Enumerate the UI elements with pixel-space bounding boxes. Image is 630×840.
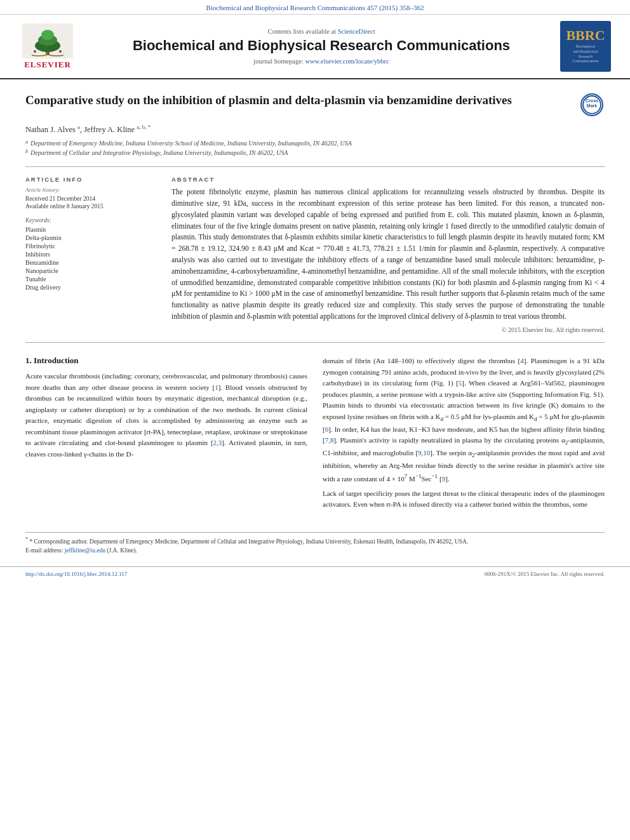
ref-9b[interactable]: 9 (442, 474, 446, 482)
article-info-label: ARTICLE INFO (25, 176, 159, 183)
affil-a-sup: a (25, 138, 28, 148)
body-right-col: domain of fibrin (Aα 148–160) to effecti… (323, 356, 605, 514)
elsevier-logo: ELSEVIER (13, 23, 83, 70)
divider-2 (25, 342, 605, 343)
author1-name: Nathan J. Alves (25, 125, 76, 134)
author2-name: Jeffrey A. Kline (84, 125, 135, 134)
bbrc-subtitle: Biochemicaland BiophysicalResearchCommun… (573, 44, 599, 64)
info-abstract-section: ARTICLE INFO Article history: Received 2… (25, 176, 605, 333)
journal-header: ELSEVIER Contents lists available at Sci… (0, 15, 630, 79)
keyword-6: Nanoparticle (25, 267, 159, 274)
affil-b: b Department of Cellular and Integrative… (25, 148, 605, 157)
author2-sup: a, b, * (137, 124, 151, 130)
article-info-col: ARTICLE INFO Article history: Received 2… (25, 176, 159, 333)
body-right-para-1: domain of fibrin (Aα 148–160) to effecti… (323, 356, 605, 484)
body-section: 1. Introduction Acute vascular thrombosi… (25, 356, 605, 514)
doi-link[interactable]: http://dx.doi.org/10.1016/j.bbrc.2014.12… (25, 571, 127, 577)
svg-point-5 (34, 50, 36, 53)
sciencedirect-link[interactable]: ScienceDirect (338, 28, 375, 35)
ref-9-10[interactable]: 9,10 (418, 449, 430, 457)
article-title: Comparative study on the inhibition of p… (25, 92, 566, 109)
keyword-5: Benzamidine (25, 259, 159, 266)
tree-illustration (22, 23, 73, 58)
crossmark-badge[interactable]: Cross Mark (579, 92, 605, 117)
ref-4[interactable]: 4 (520, 357, 524, 364)
abstract-col: ABSTRACT The potent fibrinolytic enzyme,… (171, 176, 605, 333)
homepage-url[interactable]: www.elsevier.com/locate/ybbrc (305, 58, 389, 65)
body-left-para-1: Acute vascular thrombosis (including: co… (25, 371, 307, 460)
crossmark-svg: Cross Mark (582, 95, 602, 115)
keyword-2: Delta-plasmin (25, 234, 159, 241)
svg-point-6 (59, 50, 62, 53)
ref-5[interactable]: 5 (459, 379, 462, 387)
ref-1[interactable]: 1 (215, 383, 218, 391)
homepage-line: journal homepage: www.elsevier.com/locat… (89, 58, 554, 65)
keyword-8: Drug delivery (25, 284, 159, 291)
title-row: Comparative study on the inhibition of p… (25, 92, 605, 117)
svg-text:Mark: Mark (587, 103, 597, 108)
affiliations: a Department of Emergency Medicine, Indi… (25, 138, 605, 157)
email-link[interactable]: jeffkline@iu.edu (65, 547, 105, 554)
footnote-corresponding: * * Corresponding author. Department of … (25, 537, 605, 545)
crossmark-icon: Cross Mark (580, 93, 603, 116)
footnotes-section: * * Corresponding author. Department of … (0, 532, 630, 554)
article-history-label: Article history: (25, 187, 159, 193)
contents-line: Contents lists available at ScienceDirec… (89, 28, 554, 35)
affil-b-text: Department of Cellular and Integrative P… (30, 148, 288, 157)
bbrc-logo: BBRC Biochemicaland BiophysicalResearchC… (560, 21, 611, 72)
section1-heading: 1. Introduction (25, 356, 307, 366)
keywords-section: Keywords: Plasmin Delta-plasmin Fibrinol… (25, 217, 159, 291)
keyword-7: Tunable (25, 276, 159, 283)
issn-text: 0006-291X/© 2015 Elsevier Inc. All right… (485, 571, 605, 577)
affil-a-text: Department of Emergency Medicine, Indian… (30, 138, 352, 148)
svg-point-4 (41, 30, 54, 40)
abstract-label: ABSTRACT (171, 176, 605, 183)
affil-b-sup: b (25, 148, 28, 157)
bbrc-letters: BBRC (566, 29, 605, 43)
journal-citation-bar: Biochemical and Biophysical Research Com… (0, 0, 630, 15)
body-two-col: 1. Introduction Acute vascular thrombosi… (25, 356, 605, 514)
keyword-1: Plasmin (25, 226, 159, 233)
journal-citation: Biochemical and Biophysical Research Com… (206, 4, 424, 11)
keywords-label: Keywords: (25, 217, 159, 223)
bbrc-logo-area: BBRC Biochemicaland BiophysicalResearchC… (560, 21, 617, 72)
journal-title: Biochemical and Biophysical Research Com… (89, 37, 554, 54)
section1-number: 1. (25, 356, 32, 365)
ref-7-8[interactable]: 7,8 (325, 436, 334, 444)
ref-6[interactable]: 6 (325, 425, 329, 433)
article-content: Comparative study on the inhibition of p… (0, 79, 630, 527)
elsevier-logo-area: ELSEVIER (13, 23, 83, 70)
footnote-divider (25, 532, 605, 533)
body-left-col: 1. Introduction Acute vascular thrombosi… (25, 356, 307, 514)
svg-text:Cross: Cross (586, 98, 598, 103)
footer-bar: http://dx.doi.org/10.1016/j.bbrc.2014.12… (0, 566, 630, 581)
keyword-4: Inhibitors (25, 251, 159, 258)
footnote-email: E-mail address: jeffkline@iu.edu (J.A. K… (25, 547, 605, 554)
abstract-text: The potent fibrinolytic enzyme, plasmin … (171, 187, 605, 323)
journal-title-area: Contents lists available at ScienceDirec… (89, 28, 554, 65)
received-date: Received 21 December 2014 (25, 196, 159, 202)
divider-1 (25, 166, 605, 167)
affil-a: a Department of Emergency Medicine, Indi… (25, 138, 605, 148)
available-date: Available online 8 January 2015 (25, 203, 159, 210)
copyright: © 2015 Elsevier Inc. All rights reserved… (171, 326, 605, 333)
ref-2-3[interactable]: 2,3 (213, 439, 222, 446)
author1-sup: a (77, 124, 80, 130)
elsevier-wordmark: ELSEVIER (24, 60, 71, 70)
authors-line: Nathan J. Alves a, Jeffrey A. Kline a, b… (25, 124, 605, 135)
body-right-para-2: Lack of target specificity poses the lar… (323, 488, 605, 510)
section1-title: Introduction (34, 356, 79, 365)
keyword-3: Fibrinolytic (25, 243, 159, 250)
